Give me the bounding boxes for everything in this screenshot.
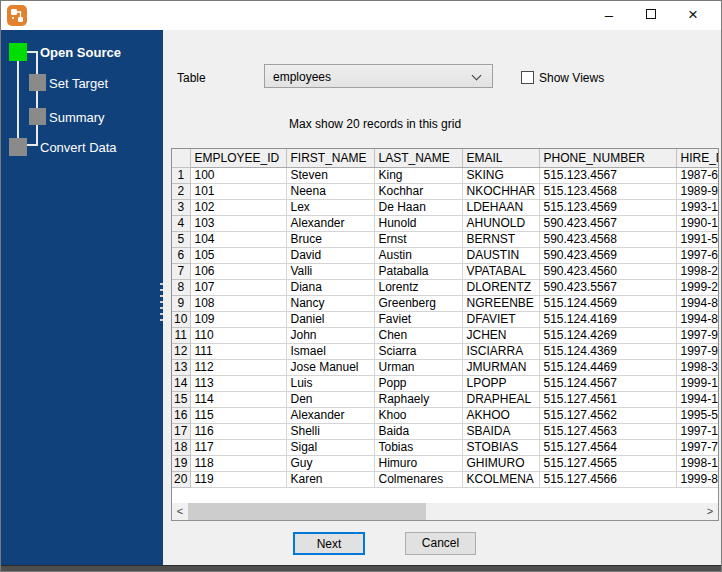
grid-cell[interactable]: 1994-8 <box>676 295 719 311</box>
grid-cell[interactable]: 515.124.4369 <box>539 343 676 359</box>
scroll-right-button[interactable]: > <box>702 503 718 520</box>
grid-cell[interactable]: Lorentz <box>374 279 462 295</box>
splitter-handle[interactable] <box>160 283 163 325</box>
grid-cell[interactable]: 515.127.4562 <box>539 407 676 423</box>
grid-cell[interactable]: 590.423.4560 <box>539 263 676 279</box>
grid-cell[interactable]: AHUNOLD <box>462 215 539 231</box>
grid-cell[interactable]: 119 <box>190 471 286 487</box>
row-number-cell[interactable]: 15 <box>172 391 190 407</box>
grid-cell[interactable]: 105 <box>190 247 286 263</box>
grid-cell[interactable]: Nancy <box>286 295 374 311</box>
grid-cell[interactable]: ISCIARRA <box>462 343 539 359</box>
grid-cell[interactable]: Ismael <box>286 343 374 359</box>
row-number-cell[interactable]: 5 <box>172 231 190 247</box>
grid-cell[interactable]: 1999-1 <box>676 375 719 391</box>
grid-cell[interactable]: 101 <box>190 183 286 199</box>
grid-cell[interactable]: SBAIDA <box>462 423 539 439</box>
grid-cell[interactable]: John <box>286 327 374 343</box>
grid-cell[interactable]: KCOLMENA <box>462 471 539 487</box>
grid-cell[interactable]: 515.127.4563 <box>539 423 676 439</box>
row-number-cell[interactable]: 1 <box>172 167 190 183</box>
row-number-cell[interactable]: 7 <box>172 263 190 279</box>
grid-cell[interactable]: DFAVIET <box>462 311 539 327</box>
grid-cell[interactable]: 1997-6 <box>676 247 719 263</box>
grid-cell[interactable]: Austin <box>374 247 462 263</box>
grid-cell[interactable]: 515.127.4565 <box>539 455 676 471</box>
grid-cell[interactable]: Guy <box>286 455 374 471</box>
row-number-cell[interactable]: 13 <box>172 359 190 375</box>
grid-cell[interactable]: 113 <box>190 375 286 391</box>
grid-cell[interactable]: Greenberg <box>374 295 462 311</box>
grid-cell[interactable]: 515.124.4567 <box>539 375 676 391</box>
scroll-thumb[interactable] <box>188 503 426 520</box>
grid-cell[interactable]: 515.127.4561 <box>539 391 676 407</box>
grid-cell[interactable]: 515.127.4566 <box>539 471 676 487</box>
row-number-cell[interactable]: 20 <box>172 471 190 487</box>
grid-cell[interactable]: Den <box>286 391 374 407</box>
grid-cell[interactable]: 107 <box>190 279 286 295</box>
row-number-cell[interactable]: 18 <box>172 439 190 455</box>
grid-cell[interactable]: DRAPHEAL <box>462 391 539 407</box>
grid-cell[interactable]: STOBIAS <box>462 439 539 455</box>
grid-cell[interactable]: Bruce <box>286 231 374 247</box>
grid-cell[interactable]: 1987-6 <box>676 167 719 183</box>
grid-cell[interactable]: 1998-1 <box>676 455 719 471</box>
grid-cell[interactable]: 100 <box>190 167 286 183</box>
grid-cell[interactable]: 1999-8 <box>676 471 719 487</box>
maximize-button[interactable] <box>634 0 668 30</box>
grid-cell[interactable]: Neena <box>286 183 374 199</box>
grid-cell[interactable]: 515.127.4564 <box>539 439 676 455</box>
grid-cell[interactable]: Ernst <box>374 231 462 247</box>
grid-cell[interactable]: 1994-8 <box>676 311 719 327</box>
grid-cell[interactable]: Raphaely <box>374 391 462 407</box>
grid-cell[interactable]: 515.123.4568 <box>539 183 676 199</box>
grid-cell[interactable]: 1989-9 <box>676 183 719 199</box>
grid-cell[interactable]: Khoo <box>374 407 462 423</box>
grid-cell[interactable]: DAUSTIN <box>462 247 539 263</box>
row-number-cell[interactable]: 11 <box>172 327 190 343</box>
grid-cell[interactable]: 515.124.4569 <box>539 295 676 311</box>
grid-cell[interactable]: Alexander <box>286 215 374 231</box>
grid-cell[interactable]: JCHEN <box>462 327 539 343</box>
grid-cell[interactable]: Popp <box>374 375 462 391</box>
grid-cell[interactable]: 1997-9 <box>676 343 719 359</box>
grid-cell[interactable]: SKING <box>462 167 539 183</box>
minimize-button[interactable]: – <box>592 0 626 30</box>
row-number-cell[interactable]: 17 <box>172 423 190 439</box>
grid-cell[interactable]: 590.423.4568 <box>539 231 676 247</box>
grid-cell[interactable]: Daniel <box>286 311 374 327</box>
grid-cell[interactable]: 1990-1 <box>676 215 719 231</box>
row-number-cell[interactable]: 9 <box>172 295 190 311</box>
next-button[interactable]: Next <box>293 532 365 555</box>
grid-corner-cell[interactable] <box>172 149 190 167</box>
grid-cell[interactable]: 515.123.4569 <box>539 199 676 215</box>
grid-cell[interactable]: 103 <box>190 215 286 231</box>
grid-cell[interactable]: 108 <box>190 295 286 311</box>
grid-cell[interactable]: 590.423.5567 <box>539 279 676 295</box>
grid-cell[interactable]: Kochhar <box>374 183 462 199</box>
column-header-phone-number[interactable]: PHONE_NUMBER <box>539 149 676 167</box>
grid-cell[interactable]: LPOPP <box>462 375 539 391</box>
show-views-checkbox[interactable] <box>521 71 534 84</box>
grid-cell[interactable]: 104 <box>190 231 286 247</box>
grid-cell[interactable]: AKHOO <box>462 407 539 423</box>
close-button[interactable]: × <box>676 0 710 30</box>
grid-cell[interactable]: 590.423.4569 <box>539 247 676 263</box>
grid-cell[interactable]: NKOCHHAR <box>462 183 539 199</box>
grid-cell[interactable]: Valli <box>286 263 374 279</box>
grid-cell[interactable]: Tobias <box>374 439 462 455</box>
grid-cell[interactable]: Urman <box>374 359 462 375</box>
table-select[interactable]: employees <box>264 64 493 88</box>
grid-cell[interactable]: 102 <box>190 199 286 215</box>
grid-cell[interactable]: 590.423.4567 <box>539 215 676 231</box>
grid-cell[interactable]: 115 <box>190 407 286 423</box>
grid-cell[interactable]: Shelli <box>286 423 374 439</box>
row-number-cell[interactable]: 4 <box>172 215 190 231</box>
grid-cell[interactable]: Diana <box>286 279 374 295</box>
grid-cell[interactable]: 515.123.4567 <box>539 167 676 183</box>
grid-cell[interactable]: 1997-7 <box>676 439 719 455</box>
cancel-button[interactable]: Cancel <box>405 532 476 555</box>
grid-cell[interactable]: Alexander <box>286 407 374 423</box>
row-number-cell[interactable]: 2 <box>172 183 190 199</box>
grid-cell[interactable]: 116 <box>190 423 286 439</box>
